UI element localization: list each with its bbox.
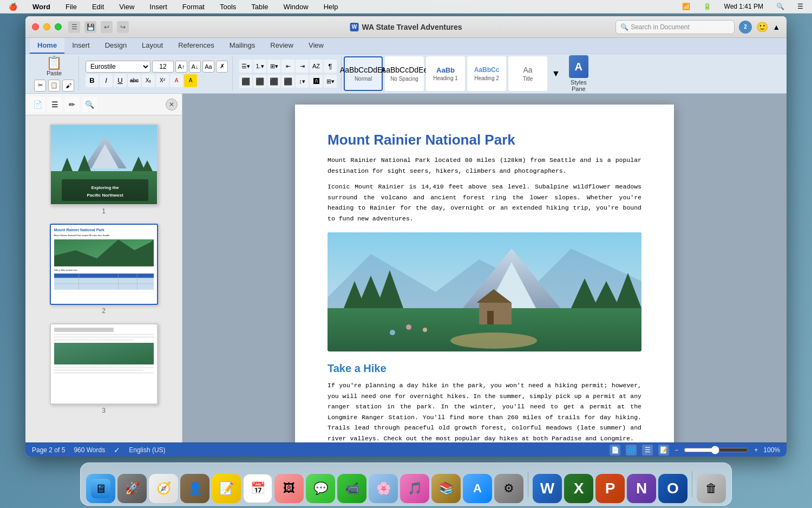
shading-button[interactable]: 🅰 [310,75,323,88]
dock-finder[interactable]: 🖥 [86,474,115,503]
font-size-input[interactable] [152,61,174,73]
paste-button[interactable]: 📋 Paste [46,56,62,76]
styles-pane-button[interactable]: A Styles Pane [565,53,593,94]
decrease-font-button[interactable]: A↓ [189,61,201,73]
dock-outlook[interactable]: O [658,474,687,503]
dock-safari[interactable]: 🧭 [149,474,178,503]
thumbnail-page-2-preview[interactable]: Mount Rainier National Park Mount Rainie… [50,224,158,305]
gallery-expand[interactable]: ▼ [549,69,562,79]
dock-systemprefs[interactable]: ⚙ [494,474,523,503]
edit-document-button[interactable]: ✏ [64,97,80,112]
style-heading1[interactable]: AaBb Heading 1 [426,56,465,91]
menubar-format[interactable]: Format [179,2,208,12]
dock-launchpad[interactable]: 🚀 [117,474,147,503]
dock-contacts[interactable]: 👤 [180,474,209,503]
menubar-tools[interactable]: Tools [217,2,239,12]
cut-button[interactable]: ✂ [34,80,46,92]
highlight-button[interactable]: A [184,74,197,87]
thumbnail-page-3-preview[interactable] [50,323,158,405]
subscript-button[interactable]: X₂ [142,74,155,87]
menubar-table[interactable]: Table [248,2,271,12]
tab-view[interactable]: View [301,38,331,54]
dock-powerpoint[interactable]: P [595,474,625,503]
style-heading2[interactable]: AaBbCc Heading 2 [467,56,506,91]
control-center-icon[interactable]: ☰ [794,2,807,11]
dock-messages[interactable]: 💬 [306,474,335,503]
menubar-file[interactable]: File [62,2,80,12]
thumbnails-view-button[interactable]: 📄 [30,97,45,112]
style-title[interactable]: Aa Title [508,56,547,91]
sidebar-toggle-icon[interactable]: ☰ [68,21,80,33]
justify-button[interactable]: ⬛ [281,75,294,88]
menubar-window[interactable]: Window [280,2,311,12]
zoom-slider[interactable] [684,446,749,454]
feedback-icon[interactable]: 🙂 [756,21,768,33]
sort-button[interactable]: AZ [310,60,323,73]
menubar-edit[interactable]: Edit [89,2,107,12]
outline-view-button[interactable]: ☰ [47,97,62,112]
zoom-out-icon[interactable]: − [675,446,678,454]
search-document-button[interactable]: 🔍 [82,97,97,112]
show-formatting-button[interactable]: ¶ [324,60,337,73]
undo-icon[interactable]: ↩ [101,21,113,33]
dock-iphoto[interactable]: 🌸 [369,474,398,503]
change-case-button[interactable]: Aa [202,61,214,73]
numbering-button[interactable]: 1.▾ [253,60,266,73]
thumbnail-page-1-preview[interactable]: Exploring the Pacific Northwest [50,124,158,205]
tab-layout[interactable]: Layout [134,38,171,54]
dock-trash[interactable]: 🗑 [697,474,726,503]
align-left-button[interactable]: ⬛ [239,75,252,88]
save-icon[interactable]: 💾 [84,21,96,33]
superscript-button[interactable]: X² [156,74,169,87]
align-center-button[interactable]: ⬛ [253,75,266,88]
clear-format-button[interactable]: ✗ [216,61,228,73]
outline-button[interactable]: ☰ [642,445,653,455]
tab-mailings[interactable]: Mailings [222,38,263,54]
close-panel-button[interactable]: ✕ [166,99,178,110]
menubar-insert[interactable]: Insert [146,2,171,12]
increase-font-button[interactable]: A↑ [175,61,187,73]
tab-design[interactable]: Design [97,38,134,54]
document-area[interactable]: Mount Rainier National Park Mount Rainie… [182,94,787,442]
dock-photos[interactable]: 🖼 [274,474,304,503]
copy-button[interactable]: 📋 [48,80,60,92]
dock-onenote[interactable]: N [627,474,656,503]
borders-button[interactable]: ⊞▾ [324,75,337,88]
font-family-select[interactable]: Eurostile [86,61,150,73]
dock-ibooks[interactable]: 📚 [431,474,461,503]
dock-notes[interactable]: 📝 [212,474,241,503]
menubar-word[interactable]: Word [29,2,54,12]
bullets-button[interactable]: ☰▾ [239,60,252,73]
line-spacing-button[interactable]: ↕▾ [296,75,309,88]
ribbon-collapse-icon[interactable]: ▲ [772,23,780,31]
decrease-indent-button[interactable]: ⇤ [281,60,294,73]
dock-word[interactable]: W [533,474,562,503]
apple-menu[interactable]: 🍎 [5,2,21,12]
align-right-button[interactable]: ⬛ [267,75,280,88]
user-avatar[interactable]: 2 [739,21,752,34]
search-box[interactable]: 🔍 Search in Document [615,20,735,34]
italic-button[interactable]: I [100,74,113,87]
tab-home[interactable]: Home [30,38,64,54]
tab-review[interactable]: Review [263,38,301,54]
minimize-button[interactable] [43,23,50,30]
format-painter-button[interactable]: 🖌 [62,80,74,92]
dock-excel[interactable]: X [564,474,593,503]
strikethrough-button[interactable]: abc [128,74,141,87]
bold-button[interactable]: B [86,74,99,87]
menubar-view[interactable]: View [116,2,137,12]
underline-button[interactable]: U [114,74,127,87]
close-button[interactable] [32,23,39,30]
draft-button[interactable]: 📝 [658,445,669,455]
font-color-button[interactable]: A [170,74,183,87]
multilevel-button[interactable]: ⊞▾ [267,60,280,73]
dock-facetime[interactable]: 📹 [337,474,366,503]
spotlight-icon[interactable]: 🔍 [773,2,788,11]
tab-insert[interactable]: Insert [64,38,97,54]
tab-references[interactable]: References [171,38,221,54]
dock-appstore[interactable]: A [463,474,492,503]
menubar-help[interactable]: Help [320,2,342,12]
maximize-button[interactable] [55,23,62,30]
print-layout-button[interactable]: 📄 [610,445,620,455]
dock-itunes[interactable]: 🎵 [400,474,429,503]
